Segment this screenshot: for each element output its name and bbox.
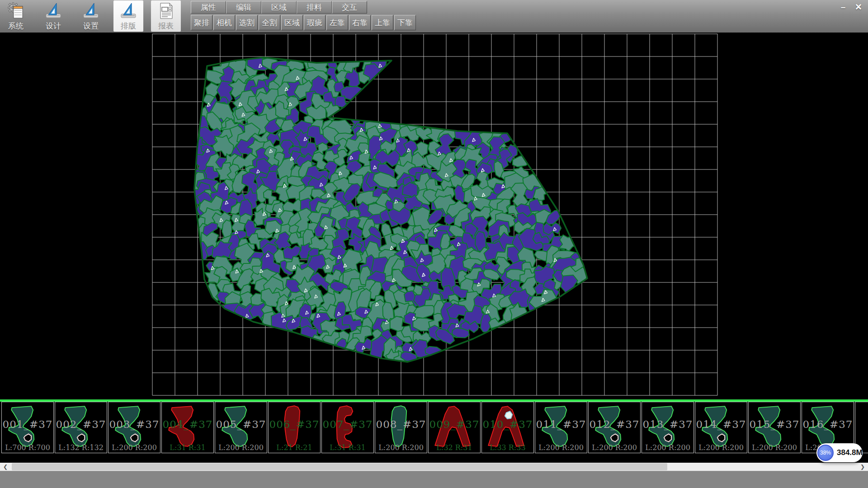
tool-button-snap-right[interactable]: 右靠 [349, 15, 371, 30]
ribbon-button-label: 系统 [8, 21, 24, 31]
ribbon-button-label: 报表 [158, 21, 174, 31]
progress-percent: 38% [820, 450, 831, 456]
nested-pieces [187, 53, 590, 370]
piece-thumbnail[interactable]: 008_#37L:200 R:200 [375, 402, 427, 453]
piece-lr-label: L:200 R:200 [108, 443, 160, 452]
nesting-canvas[interactable] [0, 33, 868, 399]
piece-thumbnail[interactable]: 015_#37L:200 R:200 [748, 402, 801, 453]
tool-button-defect[interactable]: 瑕疵 [304, 15, 326, 30]
tool-button-cluster-nest[interactable]: 聚排 [191, 15, 212, 30]
tool-button-snap-left[interactable]: 左靠 [326, 15, 348, 30]
tool-button-cut-all[interactable]: 全割 [259, 15, 280, 30]
ribbon-button-label: 排版 [121, 21, 136, 31]
piece-id-label: 011_#37 [535, 418, 587, 430]
piece-lr-label: L:200 R:200 [642, 443, 693, 452]
system-gear-icon [7, 2, 25, 20]
ribbon-main-buttons: 系统 设计 设置 [1, 0, 181, 32]
piece-id-label: 007_#37 [322, 418, 373, 430]
piece-thumbnail[interactable]: 013_#37L:200 R:200 [642, 402, 694, 453]
piece-lr-label: L:200 R:200 [535, 443, 587, 452]
tool-button-region[interactable]: 区域 [281, 15, 303, 30]
piece-thumbnail[interactable]: 001_#37L:700 R:700 [1, 402, 54, 453]
ribbon-button-system[interactable]: 系统 [1, 0, 31, 32]
piece-thumbnail[interactable]: 009_#37L:32 R:31 [428, 402, 481, 453]
piece-thumbnail[interactable]: 004_#37L:31 R:31 [161, 402, 214, 453]
design-ruler-icon [44, 2, 62, 20]
menu-tab-region[interactable]: 区域 [261, 1, 297, 14]
piece-lr-label: L:32 R:31 [429, 443, 480, 452]
piece-id-label: 016_#37 [802, 418, 854, 430]
piece-id-label: 001_#37 [2, 418, 53, 430]
piece-id-label: 015_#37 [749, 418, 800, 430]
close-button[interactable]: ✕ [853, 2, 864, 13]
piece-id-label: 004_#37 [162, 418, 213, 430]
piece-lr-label: L:21 R:21 [269, 443, 320, 452]
report-document-icon [157, 2, 175, 20]
piece-id-label: 005_#37 [215, 418, 267, 430]
tool-button-snap-bottom[interactable]: 下靠 [394, 15, 416, 30]
piece-lr-label: L:31 R:31 [162, 443, 213, 452]
piece-thumbnail[interactable]: 005_#37L:200 R:200 [215, 402, 267, 453]
piece-id-label: 014_#37 [695, 418, 747, 430]
pieces-panel: 001_#37L:700 R:700002_#37L:132 R:132003_… [0, 402, 868, 455]
piece-thumbnail[interactable]: 002_#37L:132 R:132 [55, 402, 107, 453]
settings-ruler-icon [82, 2, 100, 20]
piece-shape [858, 403, 868, 451]
status-bar [0, 471, 868, 488]
piece-thumbnail[interactable]: 007_#37L:31 R:31 [321, 402, 374, 453]
piece-thumbnail[interactable]: 006_#37L:21 R:21 [268, 402, 321, 453]
piece-lr-label: L:200 R:200 [695, 443, 747, 452]
progress-circle: 38% [817, 445, 834, 461]
piece-thumbnail[interactable]: 012_#37L:200 R:200 [588, 402, 641, 453]
piece-id-label: 013_#37 [642, 418, 693, 430]
ribbon-button-design[interactable]: 设计 [38, 0, 68, 32]
piece-lr-label: L:200 R:200 [375, 443, 427, 452]
piece-thumbnail[interactable]: 014_#37L:200 R:200 [695, 402, 747, 453]
piece-lr-label: L:200 R:200 [589, 443, 640, 452]
piece-id-label: 008_#37 [375, 418, 427, 430]
tool-button-snap-top[interactable]: 上靠 [372, 15, 393, 30]
piece-lr-label: L:200 R:200 [749, 443, 800, 452]
nesting-ruler-icon [119, 2, 137, 20]
scrollbar-thumb[interactable] [12, 463, 667, 470]
ribbon-button-label: 设计 [46, 21, 61, 31]
tool-button-select-cut[interactable]: 选割 [236, 15, 258, 30]
piece-id-label: 003_#37 [108, 418, 160, 430]
scroll-left-button[interactable]: ❮ [0, 463, 11, 471]
ribbon-button-settings[interactable]: 设置 [76, 0, 106, 32]
ribbon-button-nesting[interactable]: 排版 [113, 0, 143, 32]
piece-lr-label: L:132 R:132 [55, 443, 107, 452]
window-controls: – ✕ [837, 2, 864, 13]
piece-id-label: 010_#37 [482, 418, 533, 430]
tool-button-camera[interactable]: 相机 [213, 15, 235, 30]
piece-thumbnail[interactable]: 011_#37L:200 R:200 [535, 402, 587, 453]
menu-tab-interaction[interactable]: 交互 [332, 1, 367, 14]
piece-lr-label: L:200 R:200 [215, 443, 267, 452]
piece-lr-label: L:33 R:33 [482, 443, 533, 452]
piece-thumbnail[interactable]: 010_#37L:33 R:33 [481, 402, 534, 453]
horizontal-scrollbar[interactable]: ❮ ❯ [0, 463, 868, 471]
ribbon-button-report[interactable]: 报表 [151, 0, 181, 32]
piece-id-label: 012_#37 [589, 418, 640, 430]
piece-lr-label: L:31 R:31 [322, 443, 373, 452]
menu-tab-properties[interactable]: 属性 [191, 1, 226, 14]
ribbon-button-label: 设置 [83, 21, 99, 31]
tool-button-row: 聚排相机选割全割区域瑕疵左靠右靠上靠下靠 [191, 15, 416, 30]
scroll-right-button[interactable]: ❯ [857, 463, 868, 471]
memory-value: 384.8M [837, 448, 863, 457]
main-toolbar: 系统 设计 设置 [0, 0, 868, 33]
piece-id-label: 006_#37 [269, 418, 320, 430]
menu-tab-nesting[interactable]: 排料 [297, 1, 332, 14]
piece-thumbnail[interactable]: 003_#37L:200 R:200 [108, 402, 160, 453]
minimize-button[interactable]: – [837, 2, 849, 13]
piece-id-label: 002_#37 [55, 418, 107, 430]
menu-tab-edit[interactable]: 编辑 [226, 1, 261, 14]
menu-tab-bar: 属性编辑区域排料交互 [191, 1, 367, 14]
piece-id-label: 009_#37 [429, 418, 480, 430]
piece-lr-label: L:700 R:700 [2, 443, 53, 452]
application-window: 系统 设计 设置 [0, 0, 868, 488]
memory-badge[interactable]: 38% 384.8M [816, 443, 863, 462]
